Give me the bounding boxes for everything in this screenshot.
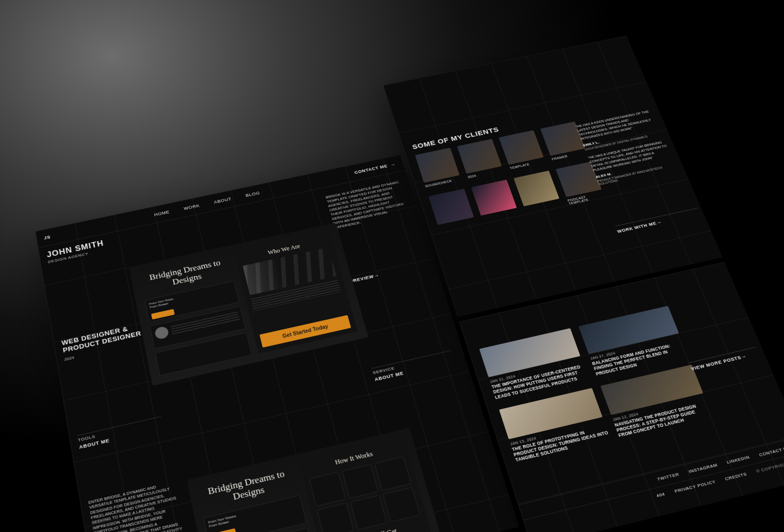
view-more-posts-link[interactable]: VIEW MORE POSTS (689, 347, 760, 371)
social-twitter[interactable]: TWITTER (656, 472, 680, 482)
nav-contact-button[interactable]: CONTACT ME (354, 161, 396, 175)
social-instagram[interactable]: INSTAGRAM (688, 463, 718, 474)
client-thumb[interactable] (514, 171, 562, 215)
blog-post[interactable]: JAN 31, 2024 THE IMPORTANCE OF USER-CENT… (479, 328, 589, 400)
client-thumb[interactable]: 2024 (457, 139, 503, 179)
logo[interactable]: JS (44, 235, 51, 240)
nav-home[interactable]: HOME (153, 209, 170, 217)
blog-post[interactable]: JAN 15, 2024 THE ROLE OF PROTOTYPING IN … (499, 388, 611, 463)
hero-how: How It Works (306, 444, 402, 474)
client-thumb[interactable] (471, 180, 520, 224)
footer-social: TWITTER INSTAGRAM LINKEDIN CONTACT ME (518, 436, 784, 520)
nav-blog[interactable]: BLOG (245, 190, 260, 198)
work-with-me-link[interactable]: WORK WITH ME (615, 208, 701, 234)
link-credits[interactable]: CREDITS (724, 472, 748, 482)
hero-tagline-2: Bridging Dreams to Designs (197, 463, 299, 514)
intro-paragraph: ENTER BRIDGE, A DYNAMIC AND VERSATILE TE… (88, 480, 189, 532)
social-linkedin[interactable]: LINKEDIN (726, 455, 750, 465)
blog-post[interactable]: JAN 27, 2024 BALANCING FORM AND FUNCTION… (578, 306, 688, 377)
nav-about[interactable]: ABOUT (213, 197, 232, 204)
preview-link[interactable]: PREVIEW (349, 272, 380, 284)
copyright: © COPYRIGHT 2024 (755, 458, 784, 474)
hero-mockup-2: Bridging Dreams to Designs From Your Vis… (187, 428, 442, 532)
about-link-1[interactable]: ABOUT ME (79, 426, 164, 450)
tools-label: TOOLS (78, 419, 163, 443)
hero-what: What You'll Get (325, 521, 424, 532)
link-404[interactable]: 404 (656, 492, 666, 498)
footer-legal: 404 PRIVACY POLICY CREDITS © COPYRIGHT 2… (523, 451, 784, 532)
footer-contact-button[interactable]: CONTACT ME (758, 443, 784, 458)
client-thumb[interactable]: TEMPLATE (499, 130, 546, 170)
nav-work[interactable]: WORK (183, 203, 200, 211)
client-thumb[interactable]: SOUNDCHECK (415, 148, 461, 188)
client-thumb[interactable] (428, 189, 477, 234)
link-privacy[interactable]: PRIVACY POLICY (674, 479, 716, 494)
hero-mockup: Bridging Dreams to Designs From Your Vis… (129, 223, 368, 386)
hero-cta-button[interactable]: Get Started Today (259, 315, 351, 348)
blog-post[interactable]: JAN 12, 2024 NAVIGATING THE PRODUCT DESI… (600, 365, 713, 439)
